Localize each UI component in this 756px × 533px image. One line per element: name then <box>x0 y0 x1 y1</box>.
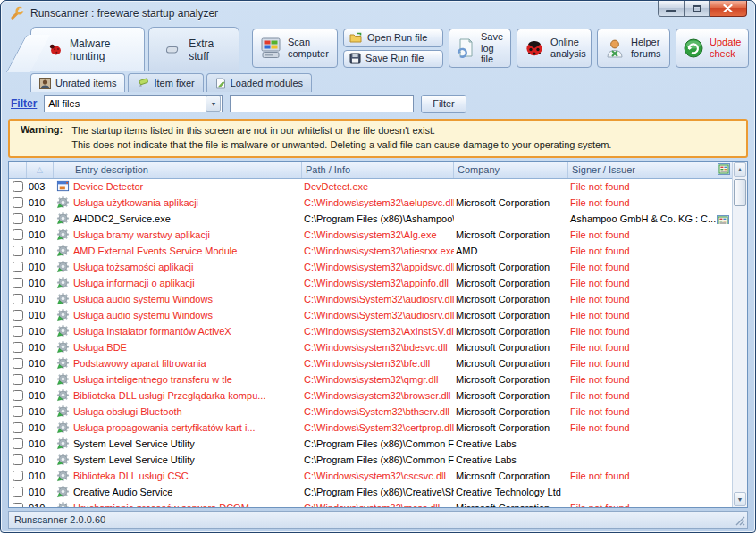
minimize-icon <box>666 10 676 12</box>
scan-computer-button[interactable]: Scancomputer <box>252 29 338 68</box>
row-checkbox[interactable] <box>13 374 23 385</box>
company-cell: Microsoft Corporation <box>454 406 568 417</box>
table-row[interactable]: 010Usługa obsługi BluetoothC:\Windows\Sy… <box>9 404 732 420</box>
filter-text-input[interactable] <box>230 95 414 112</box>
header-checkbox-column[interactable] <box>9 162 27 178</box>
row-checkbox[interactable] <box>13 246 23 256</box>
entry-description-cell: AMD External Events Service Module <box>71 246 302 256</box>
helper-forums-button[interactable]: Helperforums <box>597 29 670 68</box>
close-icon <box>723 4 733 12</box>
row-checkbox[interactable] <box>13 454 23 465</box>
row-checkbox[interactable] <box>13 294 23 304</box>
table-row[interactable]: 010Usługa audio systemu WindowsC:\Window… <box>9 307 732 323</box>
table-row[interactable]: 010System Level Service UtilityC:\Progra… <box>9 452 732 468</box>
table-row[interactable]: 010Podstawowy aparat filtrowaniaC:\Windo… <box>9 355 732 371</box>
scroll-down-icon[interactable]: ▼ <box>734 492 746 506</box>
main-tab-strip: Malware hunting Extra stuff Scancomputer <box>7 27 749 71</box>
row-checkbox[interactable] <box>13 406 23 417</box>
table-row[interactable]: 010Usługa inteligentnego transferu w tle… <box>9 371 732 387</box>
title-bar[interactable]: Runscanner : freeware startup analyzer <box>1 1 755 25</box>
path-info-cell: C:\Windows\system32\qmgr.dll <box>302 374 454 385</box>
resize-grip[interactable] <box>735 515 745 526</box>
tab-unrated-items[interactable]: Unrated items <box>30 73 125 92</box>
table-row[interactable]: 010Usługa Instalator formantów ActiveXC:… <box>9 323 732 339</box>
table-row[interactable]: 010System Level Service UtilityC:\Progra… <box>9 436 732 452</box>
table-row[interactable]: 010Usługa propagowania certyfikatów kart… <box>9 420 732 436</box>
table-row[interactable]: 010Usługa informacji o aplikacjiC:\Windo… <box>9 275 732 291</box>
close-button[interactable] <box>710 1 747 17</box>
row-checkbox[interactable] <box>13 471 23 481</box>
table-row[interactable]: 010Creative Audio ServiceC:\Program File… <box>9 484 732 500</box>
open-run-file-button[interactable]: Open Run file <box>343 29 443 47</box>
entry-description-cell: Usługa tożsamości aplikacji <box>71 262 302 272</box>
online-analysis-button[interactable]: Onlineanalysis <box>517 29 592 68</box>
header-path-info[interactable]: Path / Info <box>302 162 454 178</box>
table-row[interactable]: 010Uruchamianie procesów serwera DCOMC:\… <box>9 500 732 507</box>
row-checkbox[interactable] <box>13 197 23 208</box>
minimize-button[interactable] <box>658 1 685 17</box>
ladybug-icon <box>524 38 545 58</box>
row-checkbox[interactable] <box>13 310 23 321</box>
scrollbar-thumb[interactable] <box>734 179 746 206</box>
table-row[interactable]: 010Usługa użytkowania aplikacjiC:\Window… <box>9 195 732 211</box>
filter-button[interactable]: Filter <box>421 95 466 113</box>
list-rows: 003Device DetectorDevDetect.exeFile not … <box>9 179 732 507</box>
row-checkbox[interactable] <box>13 342 23 353</box>
row-checkbox[interactable] <box>13 422 23 433</box>
table-row[interactable]: 010Usługa tożsamości aplikacjiC:\Windows… <box>9 259 732 275</box>
filter-dropdown[interactable]: All files ▼ <box>44 95 223 112</box>
wrench-icon <box>10 6 24 21</box>
row-checkbox[interactable] <box>13 181 23 192</box>
service-gear-icon <box>54 453 71 466</box>
row-checkbox[interactable] <box>13 229 23 240</box>
row-checkbox[interactable] <box>13 326 23 337</box>
tab-item-fixer[interactable]: Item fixer <box>128 73 203 92</box>
scroll-up-icon[interactable]: ▲ <box>734 162 746 177</box>
module-document-icon <box>215 78 226 89</box>
row-checkbox[interactable] <box>13 358 23 369</box>
header-company[interactable]: Company <box>454 162 568 178</box>
row-checkbox[interactable] <box>13 503 23 507</box>
window-title: Runscanner : freeware startup analyzer <box>30 7 218 20</box>
table-row[interactable]: 010Usługa BDEC:\Windows\system32\bdesvc.… <box>9 339 732 355</box>
chevron-down-icon[interactable]: ▼ <box>206 96 221 112</box>
row-checkbox[interactable] <box>13 438 23 449</box>
signer-issuer-cell: File not found <box>568 326 732 337</box>
table-row[interactable]: 010AMD External Events Service ModuleC:\… <box>9 243 732 259</box>
tab-malware-hunting[interactable]: Malware hunting <box>30 27 145 71</box>
save-log-file-button[interactable]: Savelog file <box>449 29 511 68</box>
header-entry-description[interactable]: Entry description <box>71 162 302 178</box>
company-cell: Creative Labs <box>454 454 568 465</box>
table-row[interactable]: 010Biblioteka DLL usługi Przeglądarka ko… <box>9 387 732 404</box>
table-row[interactable]: 010AHDDC2_Service.exeC:\Program Files (x… <box>9 211 732 227</box>
path-info-cell: C:\Windows\System32\audiosrv.dll <box>302 294 454 304</box>
maximize-button[interactable] <box>685 1 710 17</box>
entry-description-cell: Usługa obsługi Bluetooth <box>71 406 302 417</box>
row-checkbox[interactable] <box>13 487 23 497</box>
scrollbar-track[interactable] <box>733 178 747 491</box>
column-customize-icon[interactable] <box>718 163 730 175</box>
row-checkbox[interactable] <box>13 278 23 288</box>
update-check-button[interactable]: Updatecheck <box>676 29 749 68</box>
signer-issuer-cell: File not found <box>568 181 732 192</box>
row-checkbox[interactable] <box>13 213 23 224</box>
header-icon-column[interactable] <box>54 162 71 178</box>
tab-extra-stuff[interactable]: Extra stuff <box>148 27 239 71</box>
header-sort-column[interactable]: △ <box>27 162 54 178</box>
row-checkbox[interactable] <box>13 262 23 272</box>
table-row[interactable]: 010Usługa bramy warstwy aplikacjiC:\Wind… <box>9 227 732 243</box>
company-cell: Creative Technology Ltd <box>454 487 568 497</box>
signer-issuer-cell: File not found <box>568 278 732 288</box>
service-gear-icon <box>54 276 71 289</box>
table-row[interactable]: 010Usługa audio systemu WindowsC:\Window… <box>9 291 732 307</box>
signer-issuer-cell: File not found <box>568 310 732 321</box>
save-run-file-button[interactable]: Save Run file <box>343 50 443 69</box>
entry-description-cell: Usługa Instalator formantów ActiveX <box>71 326 302 337</box>
vertical-scrollbar[interactable]: ▲ ▼ <box>732 162 747 507</box>
filter-link[interactable]: Filter <box>11 97 37 110</box>
table-row[interactable]: 003Device DetectorDevDetect.exeFile not … <box>9 179 732 195</box>
header-signer-issuer[interactable]: Signer / Issuer <box>568 162 732 178</box>
table-row[interactable]: 010Biblioteka DLL usługi CSCC:\Windows\s… <box>9 468 732 484</box>
tab-loaded-modules[interactable]: Loaded modules <box>206 73 312 92</box>
row-checkbox[interactable] <box>13 390 23 401</box>
